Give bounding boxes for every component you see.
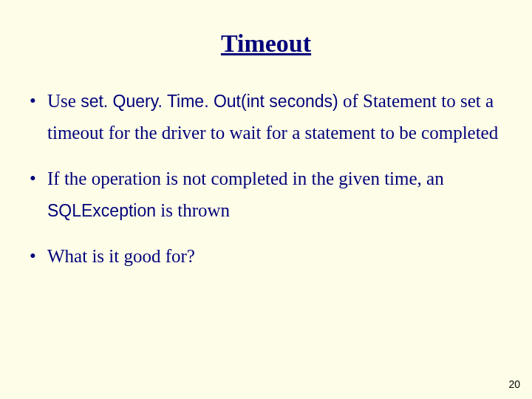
page-number: 20 <box>508 378 520 390</box>
bullet-1-text-1: Use <box>47 91 81 111</box>
bullet-2-code-1: SQLException <box>47 201 156 220</box>
bullet-list: Use set. Query. Time. Out(int seconds) o… <box>28 86 504 273</box>
bullet-1-code-1: set. Query. Time. Out(int seconds) <box>81 92 338 111</box>
bullet-item-3: What is it good for? <box>28 241 504 273</box>
slide-title: Timeout <box>28 30 504 58</box>
bullet-item-1: Use set. Query. Time. Out(int seconds) o… <box>28 86 504 149</box>
bullet-2-text-2: is thrown <box>156 200 230 220</box>
bullet-3-text-1: What is it good for? <box>47 246 195 266</box>
bullet-2-text-1: If the operation is not completed in the… <box>47 168 444 188</box>
bullet-item-2: If the operation is not completed in the… <box>28 163 504 226</box>
